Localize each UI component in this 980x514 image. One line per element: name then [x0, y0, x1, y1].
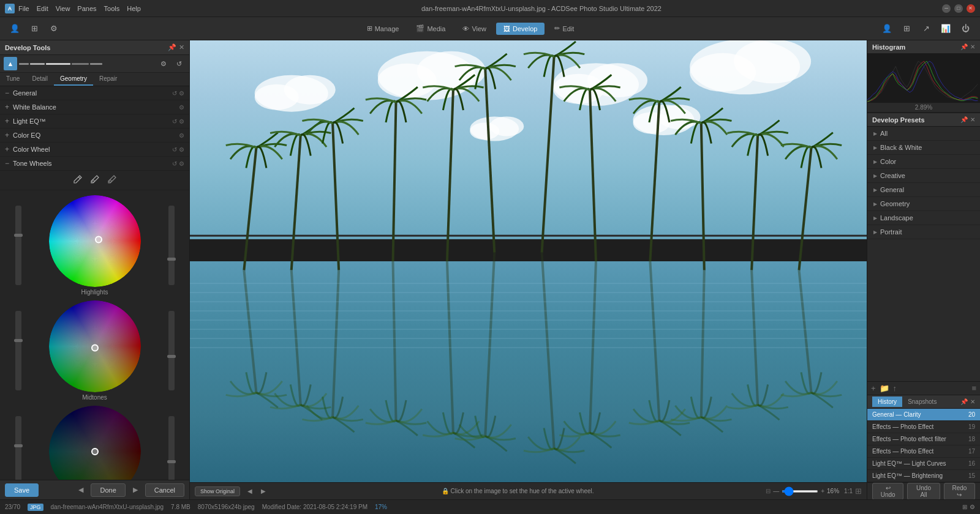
pin-presets-icon[interactable]: 📌: [960, 116, 968, 123]
restore-icon[interactable]: ⊞: [27, 21, 42, 36]
maximize-button[interactable]: □: [954, 4, 963, 13]
save-button[interactable]: Save: [5, 483, 39, 497]
section-coloreq[interactable]: + Color EQ ⚙: [0, 128, 189, 143]
history-item-3[interactable]: Effects — Photo Effect 17: [867, 445, 980, 458]
add-preset-icon[interactable]: +: [871, 384, 876, 393]
add-folder-icon[interactable]: 📁: [880, 384, 889, 393]
settings-tw-icon[interactable]: ⚙: [179, 160, 184, 167]
menu-view[interactable]: View: [56, 5, 70, 12]
menu-file[interactable]: File: [18, 5, 29, 12]
preset-item-color[interactable]: ▶ Color: [867, 155, 980, 169]
export-preset-icon[interactable]: ↑: [893, 384, 897, 393]
undo-button[interactable]: ↩ Undo: [872, 483, 903, 500]
close-button[interactable]: ✕: [967, 4, 975, 13]
media-button[interactable]: 🎬 Media: [409, 22, 453, 35]
prev-image-arrow[interactable]: ◀: [244, 485, 256, 497]
tab-snapshots[interactable]: Snapshots: [902, 397, 942, 407]
preset-item-landscape[interactable]: ▶ Landscape: [867, 211, 980, 225]
status-expand-icon[interactable]: ⊞: [962, 504, 967, 510]
reset-leq-icon[interactable]: ↺: [172, 118, 177, 125]
power-icon[interactable]: ⏻: [958, 21, 973, 36]
done-button[interactable]: Done: [91, 483, 125, 497]
share-icon[interactable]: ↗: [919, 21, 933, 36]
section-lighteq[interactable]: + Light EQ™ ↺ ⚙: [0, 114, 189, 128]
highlights-color-wheel[interactable]: [49, 195, 141, 287]
develop-button[interactable]: 🖼 Develop: [496, 23, 545, 35]
shadows-color-wheel[interactable]: [49, 406, 141, 480]
main-image[interactable]: [190, 40, 867, 482]
show-original-button[interactable]: Show Original: [195, 486, 240, 496]
menu-tools[interactable]: Tools: [104, 5, 120, 12]
menu-panes[interactable]: Panes: [77, 5, 96, 12]
settings-general-icon[interactable]: ⚙: [179, 90, 184, 97]
preset-item-bw[interactable]: ▶ Black & White: [867, 141, 980, 155]
fullscreen-icon[interactable]: ⊞: [855, 486, 862, 496]
midtones-slider-right[interactable]: [168, 311, 175, 390]
person-icon[interactable]: 👤: [880, 21, 894, 36]
close-histogram-icon[interactable]: ✕: [970, 43, 975, 50]
shadows-slider-right[interactable]: [168, 416, 175, 480]
settings-wb-icon[interactable]: ⚙: [179, 104, 184, 111]
minimize-button[interactable]: ─: [942, 4, 951, 13]
reset-cw-icon[interactable]: ↺: [172, 146, 177, 153]
manage-button[interactable]: ⊞ Manage: [360, 22, 407, 35]
reset-tw-icon[interactable]: ↺: [172, 160, 177, 167]
tab-detail[interactable]: Detail: [26, 73, 54, 86]
midtones-color-wheel[interactable]: [49, 300, 141, 392]
settings-leq-icon[interactable]: ⚙: [179, 118, 184, 125]
user-icon[interactable]: 👤: [7, 21, 22, 36]
close-presets-icon[interactable]: ✕: [970, 116, 975, 123]
view-button[interactable]: 👁 View: [455, 23, 494, 35]
reset-tool[interactable]: ↺: [172, 57, 186, 70]
next-image-arrow[interactable]: ▶: [257, 485, 270, 497]
reset-general-icon[interactable]: ↺: [172, 90, 177, 97]
shadows-slider-left[interactable]: [15, 416, 21, 480]
image-container[interactable]: [190, 40, 867, 482]
status-settings-icon[interactable]: ⚙: [970, 504, 975, 510]
eyedropper3-icon[interactable]: [107, 174, 117, 186]
tab-history[interactable]: History: [872, 397, 902, 407]
prev-arrow[interactable]: ◀: [75, 484, 87, 496]
zoom-expand-icon[interactable]: ⊟: [766, 488, 771, 494]
close-panel-icon[interactable]: ✕: [179, 43, 184, 51]
arrow-tool[interactable]: ▲: [4, 57, 17, 70]
history-item-0[interactable]: General — Clarity 20: [867, 409, 980, 421]
preset-item-portrait[interactable]: ▶ Portrait: [867, 225, 980, 239]
tab-tune[interactable]: Tune: [0, 73, 26, 86]
preset-menu-icon[interactable]: ≡: [971, 384, 976, 393]
chart-icon[interactable]: 📊: [938, 21, 953, 36]
history-item-4[interactable]: Light EQ™ — Light Curves 16: [867, 458, 980, 470]
history-item-2[interactable]: Effects — Photo effect filter 18: [867, 433, 980, 445]
redo-button[interactable]: Redo ↪: [944, 483, 975, 500]
section-tonewheels[interactable]: − Tone Wheels ↺ ⚙: [0, 157, 189, 171]
preset-item-general[interactable]: ▶ General: [867, 183, 980, 197]
settings-cw-icon[interactable]: ⚙: [179, 146, 184, 153]
menu-edit[interactable]: Edit: [37, 5, 48, 12]
settings-icon[interactable]: ⚙: [47, 21, 61, 36]
settings-ceq-icon[interactable]: ⚙: [179, 132, 184, 139]
pin-icon[interactable]: 📌: [168, 43, 176, 51]
pin-history-icon[interactable]: 📌: [960, 398, 968, 405]
midtones-slider-left[interactable]: [15, 311, 21, 390]
tab-repair[interactable]: Repair: [93, 73, 123, 86]
highlights-slider-left[interactable]: [15, 206, 21, 285]
close-history-icon[interactable]: ✕: [970, 398, 975, 405]
preset-item-creative[interactable]: ▶ Creative: [867, 169, 980, 183]
pin-histogram-icon[interactable]: 📌: [960, 43, 968, 50]
zoom-slider[interactable]: [782, 490, 818, 493]
section-colorwheel[interactable]: + Color Wheel ↺ ⚙: [0, 143, 189, 157]
eyedropper2-icon[interactable]: [90, 174, 100, 186]
preset-item-geometry[interactable]: ▶ Geometry: [867, 197, 980, 211]
undo-all-button[interactable]: Undo All: [907, 483, 940, 500]
tab-geometry[interactable]: Geometry: [54, 73, 93, 86]
section-white-balance[interactable]: + White Balance ⚙: [0, 100, 189, 114]
history-item-1[interactable]: Effects — Photo Effect 19: [867, 421, 980, 433]
layout-icon[interactable]: ⊞: [899, 21, 914, 36]
settings-tool[interactable]: ⚙: [157, 57, 170, 70]
section-general[interactable]: − General ↺ ⚙: [0, 86, 189, 100]
history-item-5[interactable]: Light EQ™ — Brightening 15: [867, 470, 980, 482]
eyedropper1-icon[interactable]: [73, 174, 83, 186]
cancel-button[interactable]: Cancel: [145, 483, 184, 497]
preset-item-all[interactable]: ▶ All: [867, 127, 980, 141]
edit-button[interactable]: ✏ Edit: [547, 22, 581, 35]
